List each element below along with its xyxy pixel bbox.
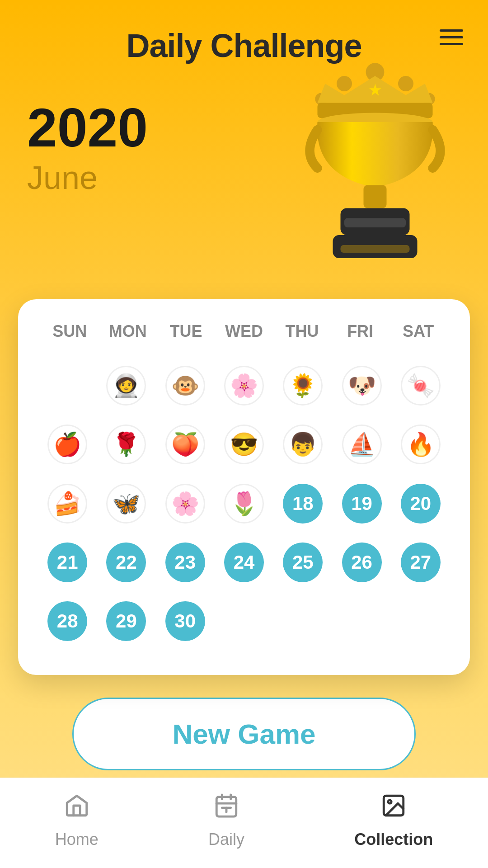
daily-icon [213, 793, 239, 825]
calendar-cell[interactable]: 🌹 [99, 418, 153, 471]
day-mon: MON [99, 317, 157, 345]
nav-collection-label: Collection [354, 830, 433, 849]
calendar-cell [276, 594, 329, 648]
calendar-card: SUN MON TUE WED THU FRI SAT 🧑‍🚀🐵🌸🌻🐶🍬🍎🌹🍑😎… [18, 299, 470, 675]
calendar-cell[interactable]: 🦋 [99, 477, 153, 530]
calendar-cell[interactable]: 🌸 [159, 477, 212, 530]
svg-point-0 [337, 76, 352, 91]
calendar-cell [335, 594, 388, 648]
calendar-cell[interactable]: 🧑‍🚀 [99, 359, 153, 412]
day-wed: WED [215, 317, 273, 345]
hero-section: 2020 June [0, 73, 488, 299]
menu-line-2 [440, 36, 463, 38]
calendar-cell[interactable]: 🐶 [335, 359, 388, 412]
svg-rect-8 [364, 185, 387, 208]
nav-home[interactable]: Home [55, 793, 99, 849]
day-thu: THU [273, 317, 331, 345]
calendar-cell[interactable]: 🔥 [394, 418, 447, 471]
calendar-cell[interactable]: 20 [394, 477, 447, 530]
day-fri: FRI [331, 317, 389, 345]
calendar-cell[interactable]: 21 [41, 536, 94, 589]
calendar-cell[interactable]: 24 [217, 536, 271, 589]
new-game-button[interactable]: New Game [72, 698, 416, 770]
calendar-cell [217, 594, 271, 648]
day-sat: SAT [389, 317, 447, 345]
svg-point-20 [388, 800, 391, 803]
home-icon [64, 793, 90, 825]
svg-point-2 [398, 76, 413, 91]
calendar-day-headers: SUN MON TUE WED THU FRI SAT [41, 317, 447, 345]
calendar-cell[interactable]: 👦 [276, 418, 329, 471]
calendar-cell[interactable]: 26 [335, 536, 388, 589]
svg-rect-10 [344, 218, 406, 227]
new-game-section: New Game [18, 698, 470, 770]
calendar-grid: 🧑‍🚀🐵🌸🌻🐶🍬🍎🌹🍑😎👦⛵🔥🍰🦋🌸🌷181920212223242526272… [41, 359, 447, 648]
calendar-cell[interactable]: 🌸 [217, 359, 271, 412]
calendar-cell[interactable]: 🍰 [41, 477, 94, 530]
nav-collection[interactable]: Collection [354, 793, 433, 849]
calendar-cell [394, 594, 447, 648]
bottom-navigation: Home Daily Collection [0, 778, 488, 868]
calendar-cell[interactable]: 29 [99, 594, 153, 648]
calendar-cell[interactable]: 🍬 [394, 359, 447, 412]
calendar-cell[interactable]: 28 [41, 594, 94, 648]
calendar-cell[interactable]: 27 [394, 536, 447, 589]
day-sun: SUN [41, 317, 99, 345]
svg-rect-12 [341, 245, 410, 253]
menu-line-3 [440, 43, 463, 45]
calendar-cell[interactable]: 22 [99, 536, 153, 589]
calendar-cell[interactable]: 25 [276, 536, 329, 589]
calendar-cell[interactable]: 🐵 [159, 359, 212, 412]
calendar-cell[interactable]: 19 [335, 477, 388, 530]
calendar-cell[interactable]: 23 [159, 536, 212, 589]
calendar-cell [41, 359, 94, 412]
day-tue: TUE [157, 317, 215, 345]
menu-line-1 [440, 29, 463, 32]
page-title: Daily Challenge [126, 27, 361, 64]
calendar-cell[interactable]: 18 [276, 477, 329, 530]
nav-daily[interactable]: Daily [208, 793, 244, 849]
calendar-cell[interactable]: 🌷 [217, 477, 271, 530]
calendar-cell[interactable]: 🍎 [41, 418, 94, 471]
collection-icon [380, 793, 407, 825]
calendar-cell[interactable]: ⛵ [335, 418, 388, 471]
nav-home-label: Home [55, 830, 99, 849]
calendar-cell[interactable]: 😎 [217, 418, 271, 471]
nav-daily-label: Daily [208, 830, 244, 849]
calendar-cell[interactable]: 🌻 [276, 359, 329, 412]
calendar-cell[interactable]: 30 [159, 594, 212, 648]
svg-rect-13 [216, 797, 236, 817]
calendar-cell[interactable]: 🍑 [159, 418, 212, 471]
trophy-icon [298, 60, 452, 277]
menu-button[interactable] [440, 29, 463, 45]
